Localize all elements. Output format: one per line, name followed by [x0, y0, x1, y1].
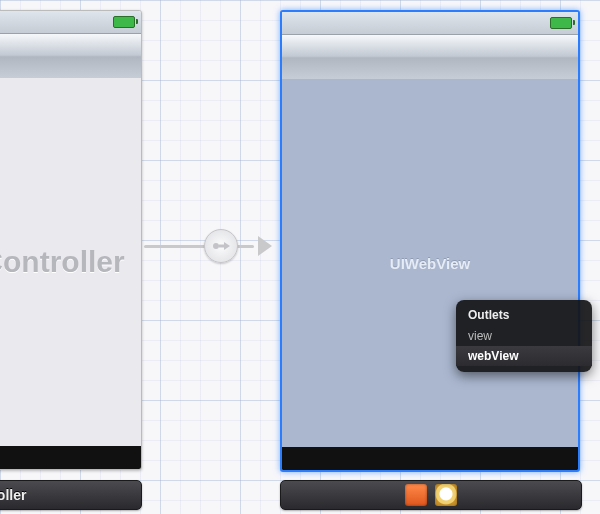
uiwebview[interactable]: UIWebView: [282, 79, 578, 447]
navigation-bar: [0, 34, 141, 79]
outlet-item-webview[interactable]: webView: [456, 346, 592, 366]
controller-placeholder: Controller: [0, 78, 141, 446]
battery-icon: [550, 17, 572, 29]
status-bar: [282, 12, 578, 35]
scene-content: UIWebView: [282, 79, 578, 447]
view-controller-object-icon[interactable]: [405, 484, 427, 506]
segue-arrowhead-icon: [258, 236, 272, 256]
outlet-item-view[interactable]: view: [456, 326, 592, 346]
outlets-title: Outlets: [456, 306, 592, 326]
navigation-bar: [282, 35, 578, 80]
svg-marker-2: [224, 242, 230, 250]
first-responder-object-icon[interactable]: [435, 484, 457, 506]
scene-dock-left[interactable]: Controller: [0, 480, 142, 510]
uiwebview-label: UIWebView: [390, 255, 470, 272]
scene-content: Controller: [0, 78, 141, 446]
svg-point-0: [213, 243, 219, 249]
bottom-bar: [282, 447, 578, 470]
view-controller-scene-right[interactable]: UIWebView: [280, 10, 580, 472]
storyboard-canvas[interactable]: Controller UIWebView Outlets: [0, 0, 600, 514]
segue-knob[interactable]: [204, 229, 238, 263]
segue-arrow[interactable]: [144, 234, 272, 258]
scene-dock-left-label: Controller: [0, 487, 26, 503]
scene-dock-right[interactable]: [280, 480, 582, 510]
status-bar: [0, 11, 141, 34]
svg-rect-1: [219, 245, 224, 248]
battery-icon: [113, 16, 135, 28]
view-controller-scene-left[interactable]: Controller: [0, 10, 142, 470]
bottom-bar: [0, 446, 141, 469]
push-segue-icon: [212, 239, 230, 253]
outlets-popover[interactable]: Outlets view webView: [456, 300, 592, 372]
controller-placeholder-text: Controller: [0, 245, 125, 279]
